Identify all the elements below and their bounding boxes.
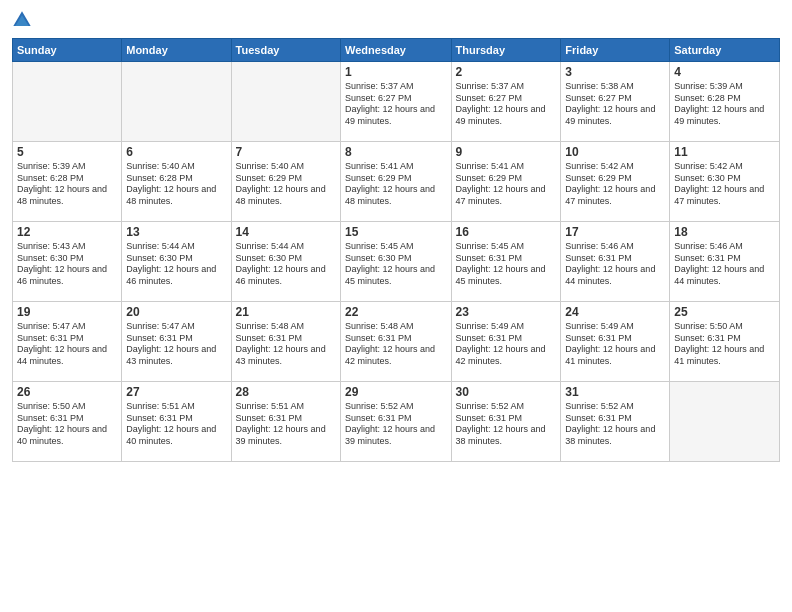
day-number: 20	[126, 305, 226, 319]
calendar-cell: 4Sunrise: 5:39 AMSunset: 6:28 PMDaylight…	[670, 62, 780, 142]
weekday-saturday: Saturday	[670, 39, 780, 62]
weekday-sunday: Sunday	[13, 39, 122, 62]
calendar-cell: 1Sunrise: 5:37 AMSunset: 6:27 PMDaylight…	[341, 62, 451, 142]
cell-info: Sunrise: 5:44 AMSunset: 6:30 PMDaylight:…	[236, 241, 336, 288]
calendar-cell: 9Sunrise: 5:41 AMSunset: 6:29 PMDaylight…	[451, 142, 561, 222]
day-number: 10	[565, 145, 665, 159]
calendar-cell: 8Sunrise: 5:41 AMSunset: 6:29 PMDaylight…	[341, 142, 451, 222]
day-number: 22	[345, 305, 446, 319]
day-number: 29	[345, 385, 446, 399]
cell-info: Sunrise: 5:50 AMSunset: 6:31 PMDaylight:…	[17, 401, 117, 448]
cell-info: Sunrise: 5:47 AMSunset: 6:31 PMDaylight:…	[17, 321, 117, 368]
calendar-cell	[670, 382, 780, 462]
week-row-1: 5Sunrise: 5:39 AMSunset: 6:28 PMDaylight…	[13, 142, 780, 222]
cell-info: Sunrise: 5:47 AMSunset: 6:31 PMDaylight:…	[126, 321, 226, 368]
day-number: 23	[456, 305, 557, 319]
cell-info: Sunrise: 5:40 AMSunset: 6:28 PMDaylight:…	[126, 161, 226, 208]
day-number: 4	[674, 65, 775, 79]
logo	[12, 10, 34, 30]
weekday-wednesday: Wednesday	[341, 39, 451, 62]
day-number: 26	[17, 385, 117, 399]
cell-info: Sunrise: 5:49 AMSunset: 6:31 PMDaylight:…	[456, 321, 557, 368]
calendar-cell: 2Sunrise: 5:37 AMSunset: 6:27 PMDaylight…	[451, 62, 561, 142]
cell-info: Sunrise: 5:37 AMSunset: 6:27 PMDaylight:…	[456, 81, 557, 128]
calendar-cell: 13Sunrise: 5:44 AMSunset: 6:30 PMDayligh…	[122, 222, 231, 302]
calendar-cell: 23Sunrise: 5:49 AMSunset: 6:31 PMDayligh…	[451, 302, 561, 382]
cell-info: Sunrise: 5:40 AMSunset: 6:29 PMDaylight:…	[236, 161, 336, 208]
cell-info: Sunrise: 5:49 AMSunset: 6:31 PMDaylight:…	[565, 321, 665, 368]
day-number: 25	[674, 305, 775, 319]
page: SundayMondayTuesdayWednesdayThursdayFrid…	[0, 0, 792, 612]
day-number: 28	[236, 385, 336, 399]
cell-info: Sunrise: 5:41 AMSunset: 6:29 PMDaylight:…	[456, 161, 557, 208]
calendar-cell: 10Sunrise: 5:42 AMSunset: 6:29 PMDayligh…	[561, 142, 670, 222]
calendar-cell	[122, 62, 231, 142]
calendar-cell: 24Sunrise: 5:49 AMSunset: 6:31 PMDayligh…	[561, 302, 670, 382]
day-number: 19	[17, 305, 117, 319]
cell-info: Sunrise: 5:46 AMSunset: 6:31 PMDaylight:…	[674, 241, 775, 288]
cell-info: Sunrise: 5:37 AMSunset: 6:27 PMDaylight:…	[345, 81, 446, 128]
cell-info: Sunrise: 5:39 AMSunset: 6:28 PMDaylight:…	[17, 161, 117, 208]
calendar-cell: 27Sunrise: 5:51 AMSunset: 6:31 PMDayligh…	[122, 382, 231, 462]
calendar-cell	[231, 62, 340, 142]
calendar-cell: 16Sunrise: 5:45 AMSunset: 6:31 PMDayligh…	[451, 222, 561, 302]
calendar-cell: 19Sunrise: 5:47 AMSunset: 6:31 PMDayligh…	[13, 302, 122, 382]
weekday-thursday: Thursday	[451, 39, 561, 62]
day-number: 21	[236, 305, 336, 319]
day-number: 9	[456, 145, 557, 159]
calendar-cell	[13, 62, 122, 142]
calendar-cell: 14Sunrise: 5:44 AMSunset: 6:30 PMDayligh…	[231, 222, 340, 302]
calendar-cell: 30Sunrise: 5:52 AMSunset: 6:31 PMDayligh…	[451, 382, 561, 462]
cell-info: Sunrise: 5:52 AMSunset: 6:31 PMDaylight:…	[565, 401, 665, 448]
day-number: 7	[236, 145, 336, 159]
calendar-cell: 26Sunrise: 5:50 AMSunset: 6:31 PMDayligh…	[13, 382, 122, 462]
cell-info: Sunrise: 5:45 AMSunset: 6:30 PMDaylight:…	[345, 241, 446, 288]
day-number: 8	[345, 145, 446, 159]
calendar-cell: 20Sunrise: 5:47 AMSunset: 6:31 PMDayligh…	[122, 302, 231, 382]
calendar-cell: 17Sunrise: 5:46 AMSunset: 6:31 PMDayligh…	[561, 222, 670, 302]
day-number: 16	[456, 225, 557, 239]
day-number: 12	[17, 225, 117, 239]
calendar-cell: 11Sunrise: 5:42 AMSunset: 6:30 PMDayligh…	[670, 142, 780, 222]
cell-info: Sunrise: 5:52 AMSunset: 6:31 PMDaylight:…	[345, 401, 446, 448]
day-number: 31	[565, 385, 665, 399]
calendar-cell: 12Sunrise: 5:43 AMSunset: 6:30 PMDayligh…	[13, 222, 122, 302]
calendar-cell: 18Sunrise: 5:46 AMSunset: 6:31 PMDayligh…	[670, 222, 780, 302]
weekday-friday: Friday	[561, 39, 670, 62]
cell-info: Sunrise: 5:51 AMSunset: 6:31 PMDaylight:…	[126, 401, 226, 448]
day-number: 5	[17, 145, 117, 159]
cell-info: Sunrise: 5:48 AMSunset: 6:31 PMDaylight:…	[236, 321, 336, 368]
day-number: 2	[456, 65, 557, 79]
cell-info: Sunrise: 5:38 AMSunset: 6:27 PMDaylight:…	[565, 81, 665, 128]
cell-info: Sunrise: 5:45 AMSunset: 6:31 PMDaylight:…	[456, 241, 557, 288]
cell-info: Sunrise: 5:51 AMSunset: 6:31 PMDaylight:…	[236, 401, 336, 448]
calendar: SundayMondayTuesdayWednesdayThursdayFrid…	[12, 38, 780, 462]
logo-icon	[12, 10, 32, 30]
day-number: 13	[126, 225, 226, 239]
weekday-header-row: SundayMondayTuesdayWednesdayThursdayFrid…	[13, 39, 780, 62]
cell-info: Sunrise: 5:50 AMSunset: 6:31 PMDaylight:…	[674, 321, 775, 368]
cell-info: Sunrise: 5:39 AMSunset: 6:28 PMDaylight:…	[674, 81, 775, 128]
day-number: 1	[345, 65, 446, 79]
calendar-cell: 5Sunrise: 5:39 AMSunset: 6:28 PMDaylight…	[13, 142, 122, 222]
day-number: 30	[456, 385, 557, 399]
weekday-tuesday: Tuesday	[231, 39, 340, 62]
calendar-cell: 21Sunrise: 5:48 AMSunset: 6:31 PMDayligh…	[231, 302, 340, 382]
cell-info: Sunrise: 5:42 AMSunset: 6:29 PMDaylight:…	[565, 161, 665, 208]
week-row-3: 19Sunrise: 5:47 AMSunset: 6:31 PMDayligh…	[13, 302, 780, 382]
calendar-cell: 3Sunrise: 5:38 AMSunset: 6:27 PMDaylight…	[561, 62, 670, 142]
cell-info: Sunrise: 5:42 AMSunset: 6:30 PMDaylight:…	[674, 161, 775, 208]
weekday-monday: Monday	[122, 39, 231, 62]
week-row-4: 26Sunrise: 5:50 AMSunset: 6:31 PMDayligh…	[13, 382, 780, 462]
day-number: 17	[565, 225, 665, 239]
day-number: 27	[126, 385, 226, 399]
day-number: 11	[674, 145, 775, 159]
day-number: 18	[674, 225, 775, 239]
header	[12, 10, 780, 30]
day-number: 3	[565, 65, 665, 79]
calendar-cell: 29Sunrise: 5:52 AMSunset: 6:31 PMDayligh…	[341, 382, 451, 462]
day-number: 6	[126, 145, 226, 159]
cell-info: Sunrise: 5:48 AMSunset: 6:31 PMDaylight:…	[345, 321, 446, 368]
cell-info: Sunrise: 5:41 AMSunset: 6:29 PMDaylight:…	[345, 161, 446, 208]
cell-info: Sunrise: 5:43 AMSunset: 6:30 PMDaylight:…	[17, 241, 117, 288]
